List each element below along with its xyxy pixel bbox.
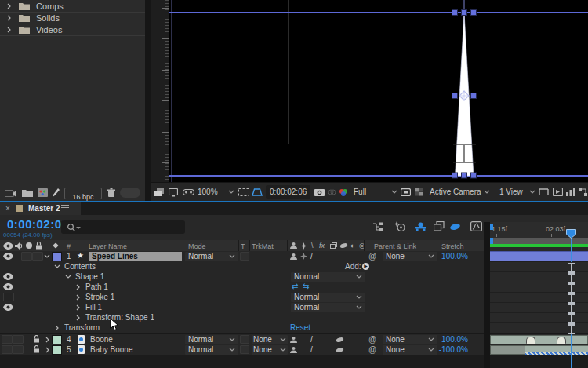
fill-blend-dropdown[interactable]: Normal	[291, 303, 365, 312]
layer-bar-speed-lines[interactable]	[490, 251, 588, 261]
trkmat-dropdown[interactable]: None	[252, 345, 288, 355]
group-name[interactable]: Contents	[64, 262, 96, 271]
draft-3d-icon[interactable]	[394, 221, 406, 232]
snapshot-camera-icon[interactable]	[314, 188, 325, 196]
group-row-transform[interactable]: Transform Reset	[0, 322, 484, 333]
label-color-swatch[interactable]	[52, 252, 62, 261]
project-folder-comps[interactable]: Comps	[0, 0, 145, 13]
region-of-interest-icon[interactable]	[238, 188, 249, 196]
audio-cell[interactable]	[13, 335, 24, 344]
work-area-bar[interactable]	[490, 238, 588, 244]
chevron-right-icon[interactable]	[76, 284, 80, 290]
property-row-transform-shape-1[interactable]: Transform: Shape 1	[0, 312, 484, 323]
group-name[interactable]: Shape 1	[75, 272, 104, 281]
group-row-contents[interactable]: Contents Add: ▶	[0, 261, 484, 272]
frame-blending-icon[interactable]	[434, 221, 445, 231]
eye-icon[interactable]	[3, 253, 13, 260]
property-name[interactable]: Stroke 1	[85, 293, 114, 301]
chevron-down-icon[interactable]	[65, 275, 71, 279]
shy-switch-icon[interactable]	[290, 253, 297, 260]
stretch-value[interactable]: 100.0%	[427, 252, 468, 261]
quality-switch[interactable]: /	[310, 345, 313, 354]
property-name[interactable]: Fill 1	[85, 303, 102, 312]
parent-link-header[interactable]: Parent & Link	[374, 242, 416, 250]
eye-cell[interactable]	[2, 335, 13, 344]
group-name[interactable]: Transform	[64, 323, 100, 332]
chevron-right-icon[interactable]	[45, 337, 49, 343]
eye-icon[interactable]	[3, 283, 13, 290]
chevron-right-icon[interactable]	[45, 347, 49, 353]
fast-previews-icon[interactable]	[553, 188, 563, 196]
collapse-switch-icon[interactable]	[300, 253, 307, 260]
property-name[interactable]: Path 1	[85, 282, 108, 291]
search-options-chevron-icon[interactable]	[76, 227, 81, 230]
layer-name[interactable]: Baby Boone	[90, 345, 133, 354]
group-row-shape-1[interactable]: Shape 1 Normal	[0, 271, 484, 282]
panel-menu-icon[interactable]	[61, 204, 69, 211]
playhead-line-bottom[interactable]	[571, 334, 572, 368]
eye-icon[interactable]	[3, 273, 13, 280]
layer-search-input[interactable]	[61, 220, 185, 234]
resolution-dropdown[interactable]: Full	[352, 186, 390, 198]
blend-mode-dropdown[interactable]: Normal	[185, 252, 238, 261]
close-icon[interactable]: ×	[5, 204, 10, 213]
timeline-graph-icon[interactable]	[566, 188, 575, 196]
t-header[interactable]: T	[241, 242, 245, 250]
shy-switch-icon[interactable]	[290, 337, 297, 343]
playhead-line-top[interactable]	[571, 238, 572, 262]
path-direction-icon[interactable]: ⇄	[292, 282, 298, 290]
trkmat-dropdown[interactable]: None	[252, 335, 288, 344]
label-color-swatch[interactable]	[52, 335, 62, 344]
parent-pickwhip-icon[interactable]: @	[368, 335, 376, 344]
quality-switch[interactable]: /	[310, 335, 313, 344]
property-row-fill-1[interactable]: Fill 1 Normal	[0, 302, 484, 313]
stretch-value[interactable]: -100.0%	[427, 345, 468, 354]
speed-line-shape[interactable]	[169, 0, 588, 182]
property-row-stroke-1[interactable]: Stroke 1 Normal	[0, 292, 484, 303]
eye-icon[interactable]	[3, 304, 13, 311]
chevron-down-icon[interactable]	[54, 264, 60, 268]
parent-pickwhip-icon[interactable]: @	[368, 252, 376, 261]
motion-blur-icon[interactable]	[448, 222, 462, 231]
always-preview-icon[interactable]	[154, 188, 164, 196]
channel-rgb-icon[interactable]	[339, 188, 348, 196]
chevron-down-icon[interactable]	[391, 190, 397, 194]
audio-cell[interactable]	[13, 345, 24, 354]
keyframe-icon[interactable]	[557, 337, 566, 344]
shy-switch-icon[interactable]	[290, 347, 297, 353]
chevron-down-icon[interactable]	[44, 254, 50, 258]
primary-viewer-icon[interactable]	[169, 188, 178, 197]
group-blend-dropdown[interactable]: Normal	[291, 272, 365, 282]
layer-name[interactable]: Boone	[90, 335, 113, 344]
t-cell[interactable]	[240, 335, 249, 344]
camera-dropdown[interactable]: Active Camera	[428, 186, 485, 198]
property-name[interactable]: Transform: Shape 1	[85, 313, 154, 322]
layer-row-speed-lines[interactable]: 1 ★ Speed Lines Normal / @ None 100.0%	[0, 251, 484, 262]
lock-icon[interactable]	[33, 335, 40, 343]
target-region-icon[interactable]	[401, 188, 411, 196]
playhead-marker[interactable]	[566, 229, 576, 239]
comp-canvas[interactable]	[169, 0, 588, 182]
vr-goggles-icon[interactable]	[183, 189, 194, 196]
trash-icon[interactable]	[107, 188, 115, 197]
stroke-blend-dropdown[interactable]: Normal	[291, 293, 365, 302]
stretch-value[interactable]: 100.0%	[427, 335, 468, 344]
current-timecode[interactable]: 0:00:02:06	[7, 217, 68, 231]
new-folder-icon[interactable]	[22, 189, 33, 197]
folder-label[interactable]: Solids	[36, 13, 60, 23]
search-icon[interactable]	[67, 223, 76, 232]
t-cell[interactable]	[240, 345, 249, 354]
new-composition-icon[interactable]	[38, 188, 48, 197]
flowchart-icon[interactable]	[579, 188, 587, 196]
transparency-grid-icon[interactable]	[415, 188, 423, 196]
graph-editor-icon[interactable]	[470, 221, 482, 231]
keyframe-icon[interactable]	[526, 337, 535, 344]
reset-link[interactable]: Reset	[290, 323, 310, 332]
interpret-footage-icon[interactable]	[5, 189, 16, 197]
bit-depth-button[interactable]: 16 bpc	[64, 188, 102, 199]
layer-name-header[interactable]: Layer Name	[89, 242, 127, 250]
layer-row-baby-boone[interactable]: 5 Baby Boone Normal None / @ None -100.0…	[0, 344, 484, 355]
motion-blur-switch-icon[interactable]	[336, 337, 344, 343]
chevron-right-icon[interactable]	[76, 294, 80, 301]
stretch-header[interactable]: Stretch	[441, 242, 464, 250]
